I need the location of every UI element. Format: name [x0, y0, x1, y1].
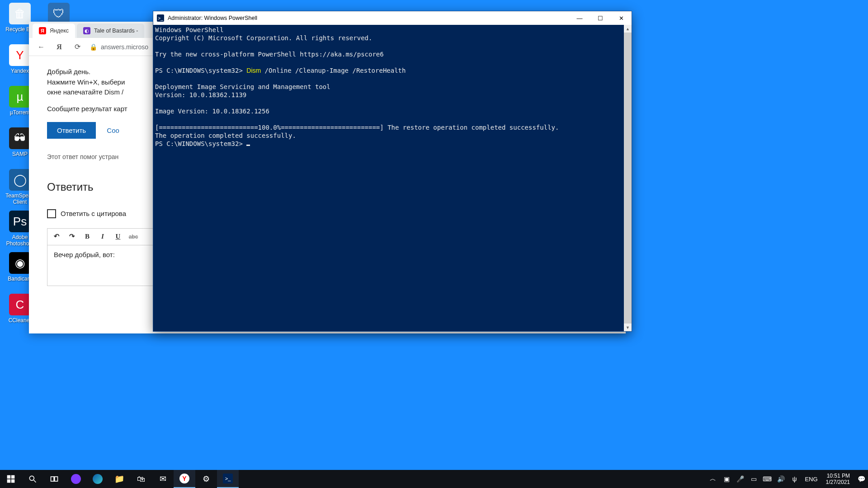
svg-line-5 — [34, 480, 36, 483]
powershell-titlebar[interactable]: >_ Administrator: Windows PowerShell — ☐… — [153, 11, 632, 25]
app-icon: µ — [9, 86, 31, 108]
taskbar-app-settings[interactable]: ⚙ — [195, 470, 217, 488]
yandex-home-button[interactable]: Я — [53, 41, 65, 53]
scrollbar[interactable]: ▲ ▼ — [624, 25, 632, 331]
tray-keyboard[interactable]: ⌨ — [760, 475, 774, 483]
app-icon: Ps — [9, 211, 31, 232]
minimize-button[interactable]: — — [569, 11, 590, 25]
notification-icon: 💬 — [858, 475, 865, 483]
search-icon — [28, 474, 37, 483]
taskbar-app-store[interactable]: 🛍 — [130, 470, 152, 488]
time-text: 10:51 PM — [826, 473, 850, 479]
tray-security[interactable]: ▣ — [720, 475, 733, 483]
language-indicator[interactable]: ENG — [801, 476, 821, 483]
report-link[interactable]: Соо — [107, 127, 119, 134]
shield-icon: ▣ — [724, 475, 730, 483]
volume-icon: 🔊 — [777, 475, 785, 483]
svg-rect-1 — [11, 475, 15, 479]
tray-usb[interactable]: ψ — [788, 475, 801, 483]
tab-tale[interactable]: ◐ Tale of Bastards - — [77, 23, 144, 38]
action-center[interactable]: 💬 — [854, 475, 868, 483]
taskbar-app-mail[interactable]: ✉ — [152, 470, 174, 488]
close-button[interactable]: ✕ — [611, 11, 632, 25]
svg-rect-6 — [51, 477, 54, 481]
scroll-down-button[interactable]: ▼ — [624, 324, 632, 331]
alice-icon — [71, 474, 81, 484]
tray-battery[interactable]: ▭ — [747, 475, 760, 483]
undo-button[interactable]: ↶ — [50, 230, 63, 243]
quote-label: Ответить с цитирова — [61, 209, 126, 219]
clock[interactable]: 10:51 PM 1/27/2021 — [821, 473, 854, 485]
reload-button[interactable]: ⟳ — [71, 41, 83, 53]
underline-button[interactable]: U — [112, 230, 124, 243]
scroll-track[interactable] — [624, 33, 632, 324]
tray-mic[interactable]: 🎤 — [733, 475, 747, 483]
svg-rect-3 — [11, 479, 15, 483]
favicon-tale: ◐ — [83, 27, 90, 34]
lock-icon: 🔒 — [90, 43, 97, 51]
app-icon: ◉ — [9, 252, 31, 274]
taskview-icon — [50, 474, 59, 483]
tab-label: Яндекс — [50, 28, 69, 34]
maximize-button[interactable]: ☐ — [590, 11, 611, 25]
bold-button[interactable]: B — [81, 230, 94, 243]
app-icon: ◯ — [9, 169, 31, 191]
tab-yandex[interactable]: Я Яндекс — [33, 23, 75, 38]
powershell-title-text: Administrator: Windows PowerShell — [168, 15, 257, 21]
strike-button[interactable]: abc — [127, 230, 140, 243]
tray-overflow[interactable]: ︿ — [706, 475, 720, 483]
svg-point-4 — [29, 476, 34, 480]
svg-rect-2 — [7, 479, 11, 483]
scroll-up-button[interactable]: ▲ — [624, 25, 632, 33]
terminal-output[interactable]: Windows PowerShell Copyright (C) Microso… — [153, 25, 624, 331]
powershell-window: >_ Administrator: Windows PowerShell — ☐… — [153, 11, 632, 332]
taskbar-app-alice[interactable] — [65, 470, 87, 488]
battery-icon: ▭ — [751, 475, 757, 483]
app-icon: C — [9, 294, 31, 315]
gear-icon: ⚙ — [203, 474, 210, 484]
svg-rect-0 — [7, 475, 11, 479]
date-text: 1/27/2021 — [826, 479, 850, 485]
taskbar-app-explorer[interactable]: 📁 — [108, 470, 130, 488]
start-button[interactable] — [0, 470, 22, 488]
taskbar-app-yandex[interactable]: Y — [174, 470, 195, 488]
taskbar: 📁 🛍 ✉ Y ⚙ >_ ︿ ▣ 🎤 ▭ ⌨ 🔊 ψ ENG 10:51 PM … — [0, 470, 868, 488]
mic-icon: 🎤 — [736, 475, 744, 483]
redo-button[interactable]: ↷ — [66, 230, 78, 243]
tab-label: Tale of Bastards - — [94, 28, 138, 34]
mail-icon: ✉ — [160, 474, 166, 484]
usb-icon: ψ — [792, 475, 797, 483]
yandex-icon: Y — [179, 474, 189, 483]
app-icon: 🕶 — [9, 127, 31, 149]
taskview-button[interactable] — [43, 470, 65, 488]
taskbar-app-edge[interactable] — [87, 470, 108, 488]
keyboard-icon: ⌨ — [763, 475, 772, 483]
url-text: answers.microso — [101, 43, 148, 51]
svg-rect-7 — [55, 477, 58, 481]
chevron-up-icon: ︿ — [710, 475, 716, 483]
italic-button[interactable]: I — [96, 230, 109, 243]
powershell-taskbar-icon: >_ — [223, 474, 233, 483]
favicon-yandex: Я — [39, 27, 46, 34]
edge-icon — [93, 474, 103, 484]
app-icon: 🗑 — [9, 3, 31, 24]
reply-button[interactable]: Ответить — [47, 122, 96, 139]
folder-icon: 📁 — [114, 474, 124, 484]
tray-volume[interactable]: 🔊 — [774, 475, 788, 483]
store-icon: 🛍 — [137, 474, 145, 484]
taskbar-app-powershell[interactable]: >_ — [217, 470, 239, 488]
search-button[interactable] — [22, 470, 43, 488]
quote-checkbox[interactable] — [47, 209, 56, 218]
powershell-icon: >_ — [157, 14, 164, 22]
back-button[interactable]: ← — [35, 41, 47, 53]
app-icon: Y — [9, 44, 31, 66]
windows-icon — [6, 474, 15, 483]
